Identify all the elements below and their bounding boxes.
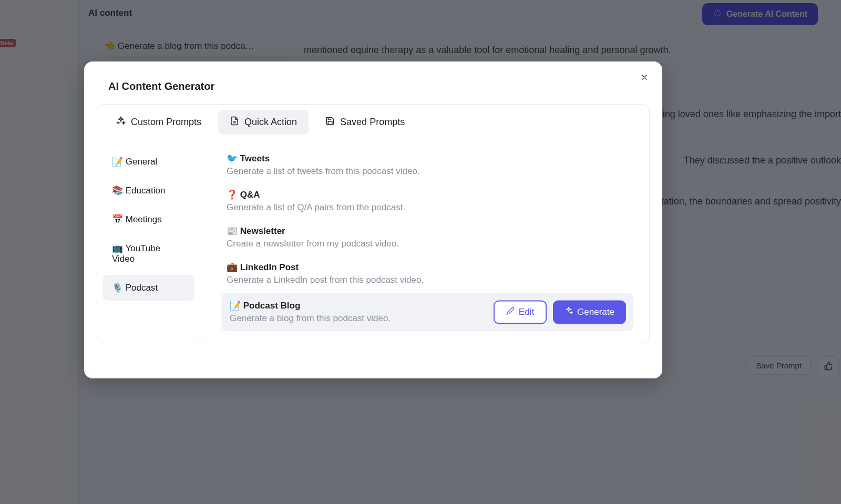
action-buttons: Edit Generate — [494, 300, 626, 324]
ai-content-generator-modal: AI Content Generator Custom Prompts Quic… — [84, 61, 662, 378]
category-meetings[interactable]: 📅 Meetings — [102, 207, 194, 232]
category-general[interactable]: 📝 General — [102, 149, 194, 174]
pencil-icon — [506, 306, 515, 317]
close-icon — [640, 73, 649, 84]
close-button[interactable] — [637, 71, 652, 86]
save-icon — [325, 116, 335, 128]
sparkles-icon — [565, 306, 573, 317]
action-title: 💼 LinkedIn Post — [227, 262, 628, 273]
edit-button[interactable]: Edit — [494, 300, 547, 324]
action-linkedin[interactable]: 💼 LinkedIn Post Generate a LinkedIn post… — [221, 256, 633, 293]
action-desc: Generate a list of tweets from this podc… — [227, 166, 628, 177]
action-title: ❓ Q&A — [227, 189, 628, 200]
modal-tabs: Custom Prompts Quick Action Saved Prompt… — [97, 105, 649, 140]
category-sidebar: 📝 General 📚 Education 📅 Meetings 📺 YouTu… — [97, 140, 200, 343]
tab-label: Saved Prompts — [340, 117, 405, 128]
tab-label: Quick Action — [244, 117, 297, 128]
generate-button[interactable]: Generate — [553, 300, 626, 324]
action-podcast-blog[interactable]: 📝 Podcast Blog Generate a blog from this… — [221, 293, 633, 331]
category-education[interactable]: 📚 Education — [102, 178, 194, 203]
action-tweets[interactable]: 🐦 Tweets Generate a list of tweets from … — [221, 148, 633, 184]
sparkles-icon — [116, 116, 126, 128]
action-desc: Generate a list of Q/A pairs from the po… — [227, 202, 628, 213]
category-youtube[interactable]: 📺 YouTube Video — [102, 235, 194, 272]
tab-quick-action[interactable]: Quick Action — [218, 110, 309, 135]
category-podcast[interactable]: 🎙️ Podcast — [102, 275, 194, 301]
edit-label: Edit — [519, 307, 534, 317]
modal-panel: Custom Prompts Quick Action Saved Prompt… — [97, 104, 650, 343]
document-icon — [230, 116, 239, 128]
modal-title: AI Content Generator — [97, 77, 650, 104]
generate-label: Generate — [577, 307, 614, 317]
tab-label: Custom Prompts — [131, 117, 201, 128]
action-newsletter[interactable]: 📰 Newsletter Create a newsletter from my… — [221, 220, 633, 256]
tab-saved-prompts[interactable]: Saved Prompts — [314, 110, 416, 135]
action-title: 🐦 Tweets — [227, 153, 628, 164]
tab-custom-prompts[interactable]: Custom Prompts — [105, 110, 213, 135]
modal-body: 📝 General 📚 Education 📅 Meetings 📺 YouTu… — [97, 140, 649, 343]
action-desc: Create a newsletter from my podcast vide… — [227, 239, 628, 249]
action-desc: Generate a LinkedIn post from this podca… — [227, 275, 628, 285]
action-qa[interactable]: ❓ Q&A Generate a list of Q/A pairs from … — [221, 184, 633, 220]
action-title: 📰 Newsletter — [227, 225, 628, 236]
actions-list: 🐦 Tweets Generate a list of tweets from … — [200, 140, 649, 343]
